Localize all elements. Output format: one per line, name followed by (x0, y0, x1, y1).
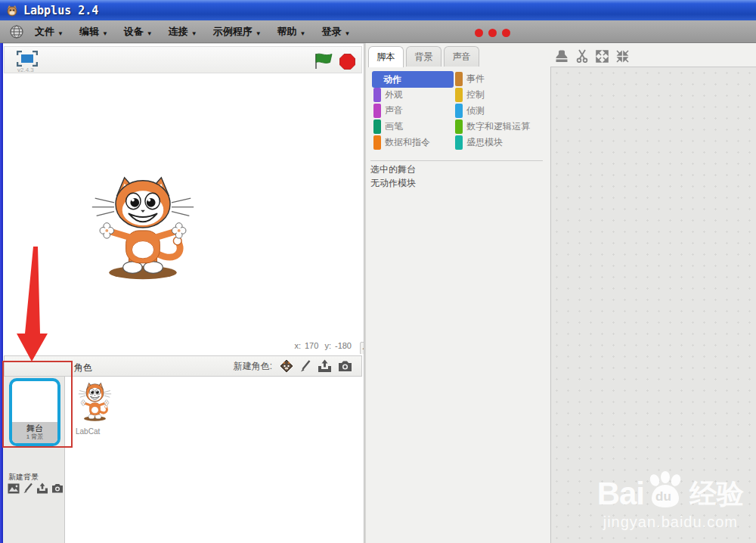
green-flag-icon[interactable] (314, 53, 333, 70)
grow-sprite-icon[interactable] (596, 50, 609, 63)
version-label: v2.4.3 (17, 67, 34, 73)
category-sound[interactable]: 声音 (373, 103, 403, 119)
script-toolbar (555, 49, 629, 63)
menu-file[interactable]: 文件 (35, 25, 64, 39)
menu-bar: 文件 编辑 设备 连接 示例程序 帮助 登录 (0, 20, 756, 43)
dropdown-caret-icon (300, 25, 306, 39)
dropdown-caret-icon (191, 25, 197, 39)
sprite-item-labcat[interactable]: LabCat (76, 381, 113, 436)
upload-icon[interactable] (318, 359, 332, 373)
category-sensing[interactable]: 侦测 (455, 103, 485, 119)
new-sprite-toolbar: 新建角色: (234, 359, 352, 373)
script-workspace[interactable]: Bai du 经验 jingy (550, 67, 756, 543)
fullscreen-icon[interactable] (17, 51, 38, 67)
menu-help[interactable]: 帮助 (277, 25, 306, 39)
category-events[interactable]: 事件 (455, 71, 485, 87)
category-color-chip (455, 119, 463, 134)
category-color-chip (373, 119, 381, 134)
scissors-delete-icon[interactable] (576, 49, 588, 63)
new-backdrop-toolbar (8, 482, 64, 494)
sprite-list: LabCat (65, 377, 362, 543)
camera-icon[interactable] (51, 483, 64, 493)
category-looks[interactable]: 外观 (373, 87, 403, 103)
category-color-chip (455, 135, 463, 150)
category-color-chip (373, 88, 381, 102)
blocks-panel: 脚本 背景 声音 (366, 43, 756, 543)
image-library-icon[interactable] (8, 483, 20, 494)
labcat-thumbnail[interactable] (77, 381, 113, 423)
red-dot-icon (475, 29, 483, 37)
category-data[interactable]: 数据和指令 (373, 135, 430, 150)
watermark-suffix: 经验 (689, 479, 744, 509)
camera-icon[interactable] (338, 360, 352, 372)
red-highlight-box-annotation (2, 361, 73, 448)
red-dot-icon (502, 29, 510, 37)
watermark-brand: Bai (597, 479, 644, 509)
no-blocks-label: 无动作模块 (370, 177, 416, 190)
paintbrush-icon[interactable] (23, 482, 33, 494)
dropdown-caret-icon (147, 25, 153, 39)
category-color-chip (455, 104, 463, 118)
category-operators[interactable]: 数字和逻辑运算 (455, 119, 530, 135)
upload-icon[interactable] (36, 482, 48, 494)
stamp-duplicate-icon[interactable] (555, 50, 569, 63)
red-dot-icon (488, 29, 497, 37)
menu-connect[interactable]: 连接 (169, 25, 197, 39)
mouse-coordinates: x:170 y:-180 (4, 341, 352, 354)
category-color-chip (455, 72, 463, 86)
dropdown-caret-icon (57, 25, 64, 39)
sprite-library-icon[interactable] (280, 359, 293, 373)
paintbrush-icon[interactable] (299, 359, 311, 373)
category-pen[interactable]: 画笔 (373, 119, 403, 135)
dropdown-caret-icon (102, 25, 108, 39)
menu-edit[interactable]: 编辑 (79, 25, 108, 39)
block-palette: 动作 外观 声音 画笔 数据和指令 事件 (366, 67, 550, 543)
tab-backdrops[interactable]: 背景 (406, 46, 442, 67)
recording-dots (475, 29, 510, 37)
menu-examples[interactable]: 示例程序 (213, 25, 262, 39)
app-logo-icon (6, 5, 18, 17)
watermark-url: jingyan.baidu.com (597, 514, 744, 531)
new-sprite-label: 新建角色: (234, 360, 272, 373)
palette-divider (370, 160, 543, 161)
tab-sounds[interactable]: 声音 (444, 46, 479, 67)
labcat-sprite-on-stage[interactable] (88, 173, 198, 284)
shrink-sprite-icon[interactable] (616, 50, 629, 63)
menu-login[interactable]: 登录 (322, 25, 351, 39)
selected-target-label: 选中的舞台 (370, 163, 416, 176)
title-bar: Labplus 2.4 (0, 0, 756, 20)
category-control[interactable]: 控制 (455, 87, 485, 103)
category-color-chip (455, 88, 463, 102)
category-color-chip (373, 104, 381, 118)
dropdown-caret-icon (256, 25, 262, 39)
sprites-section-title: 角色 (74, 361, 92, 374)
stop-icon[interactable] (339, 54, 355, 70)
menu-device[interactable]: 设备 (124, 25, 153, 39)
tab-scripts[interactable]: 脚本 (368, 46, 404, 67)
language-globe-icon[interactable] (9, 24, 24, 39)
category-motion[interactable]: 动作 (372, 71, 454, 88)
stage-header: v2.4.3 (4, 46, 362, 73)
app-window: Labplus 2.4 文件 编辑 设备 连接 示例程序 帮助 登录 (0, 0, 756, 543)
dropdown-caret-icon (345, 25, 351, 39)
sprite-name-label: LabCat (76, 427, 113, 436)
window-title: Labplus 2.4 (23, 4, 98, 17)
new-backdrop-label: 新建背景 (8, 472, 39, 482)
stage-panel: v2.4.3 x:170 y:-180 (3, 43, 364, 354)
baidu-watermark: Bai du 经验 jingy (597, 471, 744, 531)
category-color-chip (373, 135, 381, 150)
stage-canvas[interactable] (4, 73, 362, 341)
category-labplus-modules[interactable]: 盛思模块 (455, 135, 503, 150)
